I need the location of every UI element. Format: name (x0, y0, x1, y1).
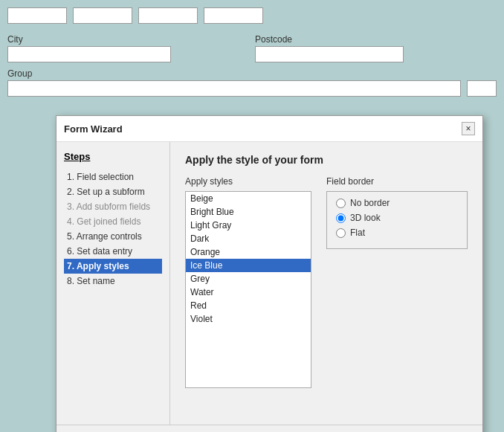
style-beige[interactable]: Beige (186, 192, 311, 205)
step-8[interactable]: 8. Set name (64, 274, 162, 288)
style-dark[interactable]: Dark (186, 232, 311, 245)
bg-input-2[interactable] (73, 7, 132, 24)
radio-flat-input[interactable] (336, 228, 346, 238)
step-2[interactable]: 2. Set up a subform (64, 184, 162, 199)
group-input-2[interactable] (467, 80, 497, 97)
city-label-vis: City (7, 34, 249, 45)
dialog-footer: Help < Back Next > Finish Cancel (56, 425, 482, 432)
city-input[interactable] (7, 46, 171, 62)
radio-flat[interactable]: Flat (336, 228, 458, 238)
bg-input-4[interactable] (204, 7, 263, 24)
postcode-input[interactable] (255, 46, 404, 62)
style-violet[interactable]: Violet (186, 312, 311, 326)
step-6[interactable]: 6. Set data entry (64, 244, 162, 259)
dialog-body: Steps 1. Field selection 2. Set up a sub… (56, 142, 482, 425)
steps-heading: Steps (64, 151, 162, 162)
style-light-gray[interactable]: Light Gray (186, 219, 311, 232)
city-field: City (7, 34, 249, 62)
step-1[interactable]: 1. Field selection (64, 170, 162, 184)
radio-no-border-label: No border (350, 198, 390, 208)
group-input[interactable] (7, 80, 461, 97)
field-border-section: Field border No border 3D look Flat (326, 176, 468, 388)
group-label: Group (7, 68, 497, 79)
background-form: City Postcode Group (0, 0, 504, 119)
style-orange[interactable]: Orange (186, 245, 311, 259)
group-field: Group (7, 68, 497, 97)
close-button[interactable]: × (462, 122, 475, 135)
content-row: Apply styles Beige Bright Blue Light Gra… (185, 176, 468, 388)
postcode-field: Postcode (255, 34, 497, 62)
radio-3d-look-label: 3D look (350, 213, 381, 223)
bg-input-1[interactable] (7, 7, 67, 24)
radio-no-border-input[interactable] (336, 199, 346, 208)
style-grey[interactable]: Grey (186, 272, 311, 286)
style-ice-blue[interactable]: Ice Blue (186, 259, 311, 272)
content-heading: Apply the style of your form (185, 154, 468, 166)
content-panel: Apply the style of your form Apply style… (170, 142, 482, 425)
step-7[interactable]: 7. Apply styles (64, 259, 162, 274)
radio-3d-look[interactable]: 3D look (336, 213, 458, 223)
apply-styles-label: Apply styles (185, 176, 311, 187)
bg-input-3[interactable] (138, 7, 198, 24)
radio-no-border[interactable]: No border (336, 198, 458, 208)
field-border-label: Field border (326, 176, 468, 187)
styles-listbox[interactable]: Beige Bright Blue Light Gray Dark Orange… (185, 191, 311, 388)
styles-section: Apply styles Beige Bright Blue Light Gra… (185, 176, 311, 388)
style-water[interactable]: Water (186, 286, 311, 299)
dialog-titlebar: Form Wizard × (56, 116, 482, 142)
step-5[interactable]: 5. Arrange controls (64, 229, 162, 244)
style-bright-blue[interactable]: Bright Blue (186, 205, 311, 219)
radio-flat-label: Flat (350, 228, 365, 238)
step-3: 3. Add subform fields (64, 199, 162, 214)
postcode-label: Postcode (255, 34, 497, 45)
style-red[interactable]: Red (186, 299, 311, 312)
border-options-group: No border 3D look Flat (326, 191, 468, 249)
steps-panel: Steps 1. Field selection 2. Set up a sub… (56, 142, 170, 425)
form-wizard-dialog: Form Wizard × Steps 1. Field selection 2… (56, 115, 483, 432)
radio-3d-look-input[interactable] (336, 213, 346, 223)
dialog-title: Form Wizard (64, 123, 123, 135)
step-4: 4. Get joined fields (64, 214, 162, 229)
